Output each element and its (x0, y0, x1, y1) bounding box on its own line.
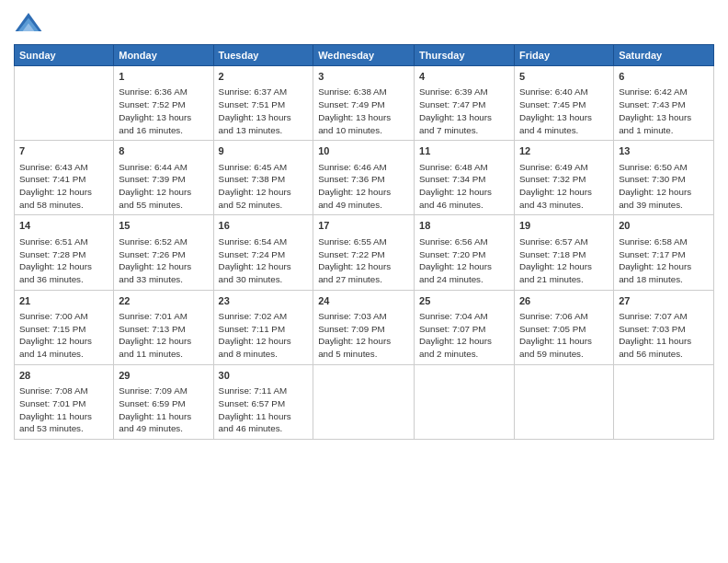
calendar-cell (15, 66, 114, 141)
calendar-cell: 19Sunrise: 6:57 AM Sunset: 7:18 PM Dayli… (515, 215, 614, 290)
date-number: 10 (318, 144, 409, 158)
cell-info: Sunrise: 6:40 AM Sunset: 7:45 PM Dayligh… (519, 86, 609, 136)
date-number: 5 (519, 70, 609, 84)
cell-info: Sunrise: 6:58 AM Sunset: 7:17 PM Dayligh… (619, 236, 709, 286)
cell-info: Sunrise: 7:01 AM Sunset: 7:13 PM Dayligh… (119, 310, 208, 361)
calendar-cell: 4Sunrise: 6:39 AM Sunset: 7:47 PM Daylig… (415, 66, 515, 141)
calendar-cell: 12Sunrise: 6:49 AM Sunset: 7:32 PM Dayli… (515, 141, 614, 215)
calendar-cell (415, 364, 515, 439)
calendar-header: SundayMondayTuesdayWednesdayThursdayFrid… (15, 45, 714, 66)
date-number: 28 (19, 369, 108, 383)
date-number: 6 (619, 70, 709, 84)
calendar-cell: 21Sunrise: 7:00 AM Sunset: 7:15 PM Dayli… (15, 290, 114, 364)
header (14, 9, 714, 39)
date-number: 27 (619, 294, 709, 308)
calendar-cell: 13Sunrise: 6:50 AM Sunset: 7:30 PM Dayli… (614, 141, 714, 215)
cell-info: Sunrise: 6:44 AM Sunset: 7:39 PM Dayligh… (119, 161, 208, 212)
calendar-cell: 5Sunrise: 6:40 AM Sunset: 7:45 PM Daylig… (515, 66, 614, 141)
calendar-week-5: 28Sunrise: 7:08 AM Sunset: 7:01 PM Dayli… (15, 364, 714, 439)
calendar-cell: 29Sunrise: 7:09 AM Sunset: 6:59 PM Dayli… (114, 364, 213, 439)
date-number: 26 (519, 294, 609, 308)
calendar-cell: 6Sunrise: 6:42 AM Sunset: 7:43 PM Daylig… (614, 66, 714, 141)
cell-info: Sunrise: 6:36 AM Sunset: 7:52 PM Dayligh… (119, 86, 208, 136)
cell-info: Sunrise: 6:42 AM Sunset: 7:43 PM Dayligh… (619, 86, 709, 136)
cell-info: Sunrise: 6:38 AM Sunset: 7:49 PM Dayligh… (318, 86, 409, 136)
calendar-week-1: 1Sunrise: 6:36 AM Sunset: 7:52 PM Daylig… (15, 66, 714, 141)
calendar-cell: 10Sunrise: 6:46 AM Sunset: 7:36 PM Dayli… (313, 141, 415, 215)
calendar-cell: 15Sunrise: 6:52 AM Sunset: 7:26 PM Dayli… (114, 215, 213, 290)
date-number: 14 (19, 219, 108, 233)
cell-info: Sunrise: 7:03 AM Sunset: 7:09 PM Dayligh… (318, 310, 409, 361)
cell-info: Sunrise: 6:43 AM Sunset: 7:41 PM Dayligh… (19, 161, 108, 212)
calendar-cell: 28Sunrise: 7:08 AM Sunset: 7:01 PM Dayli… (15, 364, 114, 439)
calendar-cell: 9Sunrise: 6:45 AM Sunset: 7:38 PM Daylig… (213, 141, 313, 215)
date-number: 3 (318, 70, 409, 84)
calendar-cell: 22Sunrise: 7:01 AM Sunset: 7:13 PM Dayli… (114, 290, 213, 364)
calendar-cell: 30Sunrise: 7:11 AM Sunset: 6:57 PM Dayli… (213, 364, 313, 439)
cell-info: Sunrise: 6:52 AM Sunset: 7:26 PM Dayligh… (119, 236, 208, 286)
date-number: 30 (219, 369, 309, 383)
date-number: 29 (119, 369, 208, 383)
cell-info: Sunrise: 6:51 AM Sunset: 7:28 PM Dayligh… (19, 236, 108, 286)
col-header-wednesday: Wednesday (313, 45, 415, 66)
date-number: 11 (419, 144, 509, 158)
date-number: 8 (119, 144, 208, 158)
date-number: 23 (219, 294, 309, 308)
cell-info: Sunrise: 6:55 AM Sunset: 7:22 PM Dayligh… (318, 236, 409, 286)
cell-info: Sunrise: 6:50 AM Sunset: 7:30 PM Dayligh… (619, 161, 709, 212)
calendar-cell: 17Sunrise: 6:55 AM Sunset: 7:22 PM Dayli… (313, 215, 415, 290)
calendar-cell: 2Sunrise: 6:37 AM Sunset: 7:51 PM Daylig… (213, 66, 313, 141)
calendar-cell: 1Sunrise: 6:36 AM Sunset: 7:52 PM Daylig… (114, 66, 213, 141)
col-header-tuesday: Tuesday (213, 45, 313, 66)
date-number: 24 (318, 294, 409, 308)
cell-info: Sunrise: 7:09 AM Sunset: 6:59 PM Dayligh… (119, 385, 208, 435)
date-number: 2 (219, 70, 309, 84)
logo-icon (14, 9, 43, 39)
calendar-cell: 11Sunrise: 6:48 AM Sunset: 7:34 PM Dayli… (415, 141, 515, 215)
calendar-cell: 26Sunrise: 7:06 AM Sunset: 7:05 PM Dayli… (515, 290, 614, 364)
calendar-cell: 27Sunrise: 7:07 AM Sunset: 7:03 PM Dayli… (614, 290, 714, 364)
cell-info: Sunrise: 6:39 AM Sunset: 7:47 PM Dayligh… (419, 86, 509, 136)
calendar-week-4: 21Sunrise: 7:00 AM Sunset: 7:15 PM Dayli… (15, 290, 714, 364)
calendar-cell: 14Sunrise: 6:51 AM Sunset: 7:28 PM Dayli… (15, 215, 114, 290)
cell-info: Sunrise: 7:11 AM Sunset: 6:57 PM Dayligh… (219, 385, 309, 435)
cell-info: Sunrise: 6:49 AM Sunset: 7:32 PM Dayligh… (519, 161, 609, 212)
cell-info: Sunrise: 7:02 AM Sunset: 7:11 PM Dayligh… (219, 310, 309, 361)
logo (14, 9, 47, 39)
date-number: 1 (119, 70, 208, 84)
date-number: 20 (619, 219, 709, 233)
date-number: 13 (619, 144, 709, 158)
cell-info: Sunrise: 7:04 AM Sunset: 7:07 PM Dayligh… (419, 310, 509, 361)
cell-info: Sunrise: 6:57 AM Sunset: 7:18 PM Dayligh… (519, 236, 609, 286)
cell-info: Sunrise: 7:00 AM Sunset: 7:15 PM Dayligh… (19, 310, 108, 361)
cell-info: Sunrise: 6:46 AM Sunset: 7:36 PM Dayligh… (318, 161, 409, 212)
calendar-cell: 20Sunrise: 6:58 AM Sunset: 7:17 PM Dayli… (614, 215, 714, 290)
date-number: 9 (219, 144, 309, 158)
col-header-sunday: Sunday (15, 45, 114, 66)
calendar-table: SundayMondayTuesdayWednesdayThursdayFrid… (14, 44, 714, 440)
cell-info: Sunrise: 7:07 AM Sunset: 7:03 PM Dayligh… (619, 310, 709, 361)
date-number: 21 (19, 294, 108, 308)
cell-info: Sunrise: 7:06 AM Sunset: 7:05 PM Dayligh… (519, 310, 609, 361)
date-number: 18 (419, 219, 509, 233)
cell-info: Sunrise: 7:08 AM Sunset: 7:01 PM Dayligh… (19, 385, 108, 435)
calendar-cell: 7Sunrise: 6:43 AM Sunset: 7:41 PM Daylig… (15, 141, 114, 215)
cell-info: Sunrise: 6:54 AM Sunset: 7:24 PM Dayligh… (219, 236, 309, 286)
calendar-week-3: 14Sunrise: 6:51 AM Sunset: 7:28 PM Dayli… (15, 215, 714, 290)
date-number: 15 (119, 219, 208, 233)
date-number: 25 (419, 294, 509, 308)
cell-info: Sunrise: 6:37 AM Sunset: 7:51 PM Dayligh… (219, 86, 309, 136)
cell-info: Sunrise: 6:48 AM Sunset: 7:34 PM Dayligh… (419, 161, 509, 212)
date-number: 17 (318, 219, 409, 233)
calendar-cell: 23Sunrise: 7:02 AM Sunset: 7:11 PM Dayli… (213, 290, 313, 364)
col-header-saturday: Saturday (614, 45, 714, 66)
calendar-week-2: 7Sunrise: 6:43 AM Sunset: 7:41 PM Daylig… (15, 141, 714, 215)
calendar-body: 1Sunrise: 6:36 AM Sunset: 7:52 PM Daylig… (15, 66, 714, 440)
date-number: 7 (19, 144, 108, 158)
calendar-cell: 8Sunrise: 6:44 AM Sunset: 7:39 PM Daylig… (114, 141, 213, 215)
date-number: 22 (119, 294, 208, 308)
header-row: SundayMondayTuesdayWednesdayThursdayFrid… (15, 45, 714, 66)
col-header-friday: Friday (515, 45, 614, 66)
calendar-cell: 16Sunrise: 6:54 AM Sunset: 7:24 PM Dayli… (213, 215, 313, 290)
calendar-cell: 24Sunrise: 7:03 AM Sunset: 7:09 PM Dayli… (313, 290, 415, 364)
